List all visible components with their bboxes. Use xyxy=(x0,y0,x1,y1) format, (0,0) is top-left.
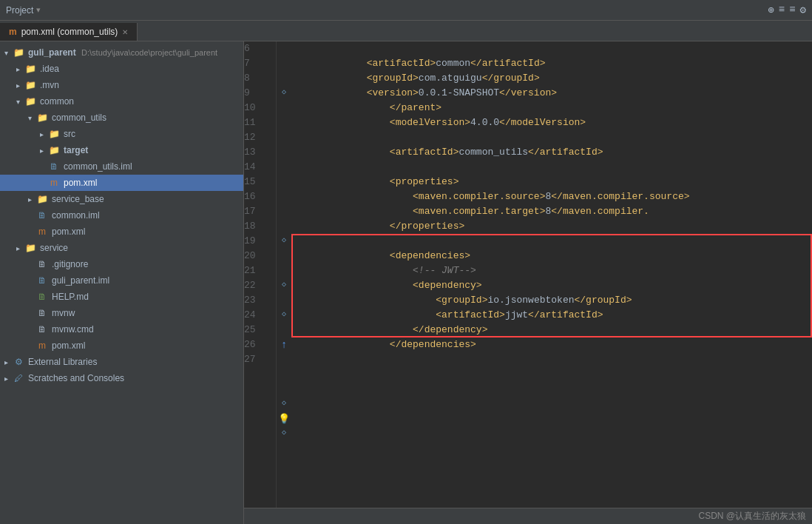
folder-target-icon: 📁 xyxy=(47,144,61,157)
arrow-expanded: ▾ xyxy=(0,49,12,57)
line-7: 7 xyxy=(244,56,270,71)
no-arrow: ▸ xyxy=(24,228,35,236)
tab-close-icon[interactable]: ✕ xyxy=(122,28,128,36)
tree-item-pom-root[interactable]: ▸ m pom.xml xyxy=(0,337,243,354)
fold-icon-14[interactable]: ◇ xyxy=(278,234,290,246)
no-arrow: ▸ xyxy=(24,277,35,285)
file-icon: 🗎 xyxy=(35,306,49,320)
fold-icon-25[interactable]: ◇ xyxy=(278,397,290,409)
tree-label-scratches: Scratches and Consoles xyxy=(28,373,243,383)
tree-label-service-base: service_base xyxy=(52,194,243,204)
no-arrow: ▸ xyxy=(24,293,35,301)
tree-label-target: target xyxy=(64,145,243,155)
gutter-commit-icon[interactable]: ↑ xyxy=(277,337,291,352)
folder-icon: 📁 xyxy=(24,241,37,255)
tree-item-guli-parent[interactable]: ▾ 📁 guli_parent D:\study\java\code\proje… xyxy=(0,44,243,61)
line-15: 15 xyxy=(244,175,270,189)
tree-item-external-libs[interactable]: ▸ ⚙ External Libraries xyxy=(0,354,243,370)
tree-item-service-base[interactable]: ▸ 📁 service_base xyxy=(0,191,243,207)
tree-item-pom-xml-utils[interactable]: ▸ m pom.xml xyxy=(0,175,243,191)
tab-pom-xml[interactable]: m pom.xml (common_utils) ✕ xyxy=(0,23,138,41)
lightbulb-icon[interactable]: 💡 xyxy=(277,412,291,426)
code-wrapper: <artifactId>common</artifactId> <groupId… xyxy=(291,41,812,508)
tree-label-help-md: HELP.md xyxy=(52,292,243,302)
iml-icon: 🗎 xyxy=(35,209,49,222)
no-arrow: ▸ xyxy=(24,309,35,318)
no-arrow: ▸ xyxy=(35,163,47,171)
line-20: 20 xyxy=(244,249,270,263)
tree-label-mvnw-cmd: mvnw.cmd xyxy=(52,324,243,335)
no-arrow: ▸ xyxy=(24,342,35,350)
fold-icon-17[interactable]: ◇ xyxy=(278,278,290,290)
tree-label-idea: .idea xyxy=(40,64,243,74)
tree-label-external-libs: External Libraries xyxy=(28,357,243,367)
md-icon: 🗎 xyxy=(35,290,49,303)
line-26: 26 xyxy=(244,337,270,352)
folder-icon: 📁 xyxy=(24,95,37,108)
arrow-collapsed: ▸ xyxy=(12,65,24,73)
main-content: ▾ 📁 guli_parent D:\study\java\code\proje… xyxy=(0,41,812,524)
tree-item-common-utils-iml[interactable]: ▸ 🗎 common_utils.iml xyxy=(0,158,243,175)
tree-label-src: src xyxy=(64,129,243,139)
collapse-icon[interactable]: ≡ xyxy=(789,4,795,16)
lib-icon: ⚙ xyxy=(12,355,25,369)
arrow-collapsed: ▸ xyxy=(35,130,47,138)
folder-icon: 📁 xyxy=(24,62,37,75)
line-6: 6 xyxy=(244,41,270,56)
tree-item-src[interactable]: ▸ 📁 src xyxy=(0,126,243,142)
tree-label-common-pom: pom.xml xyxy=(52,226,243,237)
fold-icon-19[interactable]: ◇ xyxy=(278,308,290,320)
tree-item-target[interactable]: ▸ 📁 target xyxy=(0,142,243,158)
line-17: 17 xyxy=(244,204,270,219)
code-area[interactable]: <artifactId>common</artifactId> <groupId… xyxy=(291,41,812,367)
tree-item-common-utils[interactable]: ▾ 📁 common_utils xyxy=(0,110,243,126)
fold-icon-9[interactable]: ◇ xyxy=(278,86,290,98)
scroll-icon[interactable]: ≡ xyxy=(779,4,785,16)
tree-label-common: common xyxy=(40,96,243,107)
tree-item-common[interactable]: ▾ 📁 common xyxy=(0,93,243,110)
tree-item-idea[interactable]: ▸ 📁 .idea xyxy=(0,61,243,77)
tree-item-service[interactable]: ▸ 📁 service xyxy=(0,240,243,256)
tree-item-mvnw-cmd[interactable]: ▸ 🗎 mvnw.cmd xyxy=(0,321,243,337)
line-14: 14 xyxy=(244,160,270,175)
line-13: 13 xyxy=(244,145,270,160)
watermark: CSDN @认真生活的灰太狼 xyxy=(698,510,806,523)
code-line-14: <properties> xyxy=(297,160,812,175)
arrow-collapsed: ▸ xyxy=(12,244,24,252)
line-25: 25 xyxy=(244,323,270,337)
scope-icon[interactable]: ⊕ xyxy=(768,4,774,16)
tree-item-mvnw[interactable]: ▸ 🗎 mvnw xyxy=(0,305,243,321)
folder-icon: 📁 xyxy=(24,78,37,92)
arrow-collapsed: ▸ xyxy=(35,147,47,155)
arrow-collapsed: ▸ xyxy=(24,195,35,204)
no-arrow: ▸ xyxy=(35,179,47,187)
tree-item-guli-iml[interactable]: ▸ 🗎 guli_parent.iml xyxy=(0,272,243,289)
code-line-6: <artifactId>common</artifactId> xyxy=(297,41,812,56)
editor-area[interactable]: 6 7 8 9 10 11 12 13 14 15 16 17 18 19 20… xyxy=(244,41,812,524)
tree-label-guli-iml: guli_parent.iml xyxy=(52,275,243,286)
gutter: ◇ ◇ ◇ ↑ ◇ ◇ xyxy=(277,41,291,508)
iml-icon: 🗎 xyxy=(35,274,49,287)
line-16: 16 xyxy=(244,189,270,204)
folder-icon: 📁 xyxy=(35,111,49,124)
settings-icon[interactable]: ⚙ xyxy=(800,4,806,16)
tree-item-common-iml[interactable]: ▸ 🗎 common.iml xyxy=(0,207,243,224)
xml-icon: m xyxy=(47,176,61,189)
tree-item-help-md[interactable]: ▸ 🗎 HELP.md xyxy=(0,289,243,305)
line-9: 9 xyxy=(244,86,270,101)
arrow-collapsed: ▸ xyxy=(12,81,24,90)
xml-icon: m xyxy=(35,339,49,352)
no-arrow: ▸ xyxy=(24,261,35,269)
tree-item-scratches[interactable]: ▸ 🖊 Scratches and Consoles xyxy=(0,370,243,386)
maven-icon: m xyxy=(9,27,17,37)
code-line-12: <artifactId>common_utils</artifactId> xyxy=(297,130,812,145)
fold-icon-27[interactable]: ◇ xyxy=(278,426,290,438)
line-numbers: 6 7 8 9 10 11 12 13 14 15 16 17 18 19 20… xyxy=(244,41,277,508)
tree-item-gitignore[interactable]: ▸ 🗎 .gitignore xyxy=(0,256,243,272)
project-label[interactable]: Project xyxy=(6,5,33,16)
tree-item-mvn[interactable]: ▸ 📁 .mvn xyxy=(0,77,243,93)
no-arrow: ▸ xyxy=(24,326,35,334)
tree-item-common-pom[interactable]: ▸ m pom.xml xyxy=(0,224,243,240)
sidebar: ▾ 📁 guli_parent D:\study\java\code\proje… xyxy=(0,41,244,524)
title-bar: Project ▾ ⊕ ≡ ≡ ⚙ xyxy=(0,0,812,21)
